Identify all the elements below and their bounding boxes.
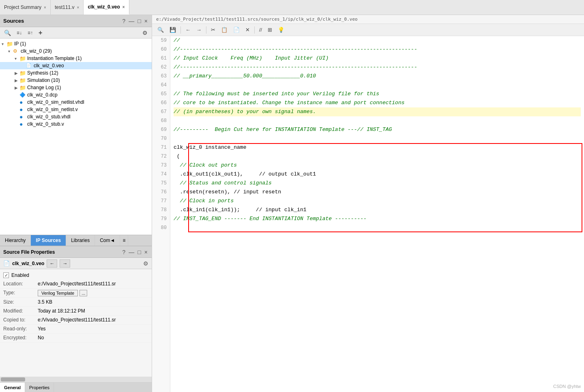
dot-blue-icon: ● <box>19 114 26 120</box>
editor-search-button[interactable]: 🔍 <box>155 26 166 34</box>
editor-cut-button[interactable]: ✂ <box>209 26 217 34</box>
props-help-button[interactable]: ? <box>122 248 127 256</box>
horizontal-scrollbar[interactable] <box>0 377 152 382</box>
tree-toggle[interactable]: ▾ <box>15 56 19 61</box>
editor-delete-button[interactable]: ✕ <box>243 26 252 34</box>
tab-libraries[interactable]: Libraries <box>66 235 95 246</box>
editor-grid-button[interactable]: ⊞ <box>266 26 274 34</box>
folder-icon: 📁 <box>6 41 13 47</box>
tree-item[interactable]: ●clk_wiz_0_stub.vhdl <box>0 113 152 120</box>
toolbar-sep-2 <box>206 26 206 34</box>
line-number: 75 <box>155 179 167 188</box>
code-line: .resetn(resetn), // input resetn <box>174 188 581 197</box>
tree-item[interactable]: ▾📁IP (1) <box>0 40 152 47</box>
tab-ip-sources[interactable]: IP Sources <box>31 235 66 246</box>
sources-help-button[interactable]: ? <box>122 17 127 25</box>
tree-item-label: Synthesis (12) <box>27 70 58 76</box>
tree-item[interactable]: 🔷clk_wiz_0.dcp <box>0 91 152 99</box>
tab-more[interactable]: ≡ <box>120 235 128 246</box>
line-number: 80 <box>155 223 167 232</box>
code-line: // core to be instantiated. Change the i… <box>174 99 581 107</box>
editor-forward-button[interactable]: → <box>194 26 204 34</box>
editor-back-button[interactable]: ← <box>183 26 193 34</box>
tree-item[interactable]: ●clk_wiz_0_stub.v <box>0 120 152 128</box>
prop-value: 3.5 KB <box>38 299 148 305</box>
line-number: 78 <box>155 206 167 214</box>
editor-save-button[interactable]: 💾 <box>167 26 178 34</box>
code-content[interactable]: ////------------------------------------… <box>170 36 584 392</box>
props-gear-button[interactable]: ⚙ <box>143 260 148 267</box>
tree-toggle[interactable]: ▾ <box>2 42 6 46</box>
sources-add-button[interactable]: + <box>37 28 44 37</box>
folder-icon: 📁 <box>19 85 26 90</box>
code-line: // Status and control signals <box>174 179 581 188</box>
type-badge[interactable]: Verilog Template <box>38 290 78 296</box>
tree-item[interactable]: ▾⚙clk_wiz_0 (29) <box>0 47 152 55</box>
sources-collapse-all-button[interactable]: ≡↓ <box>15 29 24 36</box>
tab-com[interactable]: Com◄ <box>95 235 120 246</box>
editor-comment-button[interactable]: // <box>257 26 264 34</box>
props-minimize-button[interactable]: — <box>128 248 135 256</box>
code-line <box>174 223 581 232</box>
tree-item[interactable]: ▶📁Synthesis (12) <box>0 69 152 77</box>
tab-com-label: Com◄ <box>100 238 115 243</box>
tab-project-summary[interactable]: Project Summary × <box>0 0 51 15</box>
toolbar-sep-1 <box>180 26 181 34</box>
sources-close-button[interactable]: × <box>144 17 148 25</box>
tab-close-test111-v[interactable]: × <box>77 5 79 10</box>
code-line <box>174 134 581 143</box>
props-back-button[interactable]: ← <box>47 259 57 268</box>
props-filename: clk_wiz_0.veo <box>12 261 44 266</box>
line-number: 70 <box>155 134 167 143</box>
tab-hierarchy[interactable]: Hierarchy <box>0 235 31 246</box>
tab-libraries-label: Libraries <box>71 238 90 243</box>
tab-clk-wiz-veo[interactable]: clk_wiz_0.veo × <box>84 0 129 15</box>
props-tab-properties[interactable]: Properties <box>25 383 54 392</box>
scrollbar-thumb[interactable] <box>1 377 25 381</box>
tree-item[interactable]: ▶📁Change Log (1) <box>0 84 152 91</box>
tree-item[interactable]: ●clk_wiz_0_sim_netlist.vhdl <box>0 99 152 106</box>
tree-item-label: clk_wiz_0_sim_netlist.v <box>27 107 78 112</box>
prop-value: Yes <box>38 326 148 332</box>
props-tab-general[interactable]: General <box>0 383 25 392</box>
tab-test111-v[interactable]: test111.v × <box>51 0 84 15</box>
sources-gear-button[interactable]: ⚙ <box>141 29 149 37</box>
tree-item[interactable]: ▾📁Instantiation Template (1) <box>0 55 152 62</box>
tree-item[interactable]: 📄clk_wiz_0.veo <box>0 62 152 69</box>
sources-expand-all-button[interactable]: ≡↑ <box>26 29 34 36</box>
more-button[interactable]: ... <box>79 290 87 296</box>
props-restore-button[interactable]: □ <box>137 248 142 256</box>
folder-icon: 📁 <box>19 56 26 61</box>
tab-close-project-summary[interactable]: × <box>44 5 46 10</box>
code-line <box>174 116 581 125</box>
tree-item-label: Simulation (10) <box>27 77 60 83</box>
props-close-button[interactable]: × <box>144 248 148 256</box>
sources-minimize-button[interactable]: — <box>128 17 135 25</box>
editor-hint-button[interactable]: 💡 <box>276 26 286 34</box>
tree-toggle[interactable]: ▶ <box>15 71 19 75</box>
code-line: //--------------------------------------… <box>174 63 581 72</box>
props-forward-button[interactable]: → <box>60 259 70 268</box>
dot-blue-icon: ● <box>19 99 26 105</box>
tree-toggle[interactable]: ▾ <box>8 49 13 54</box>
sources-search-button[interactable]: 🔍 <box>2 29 13 37</box>
tree-toggle[interactable]: ▶ <box>15 78 19 83</box>
sources-title: Sources <box>3 18 24 24</box>
prop-row: Modified: Today at 18:12:12 PM <box>0 307 152 316</box>
code-line: //--------- Begin Cut here for INSTANTIA… <box>174 125 581 134</box>
tree-item[interactable]: ●clk_wiz_0_sim_netlist.v <box>0 106 152 113</box>
sources-restore-button[interactable]: □ <box>137 17 142 25</box>
tree-toggle[interactable]: ▶ <box>15 86 19 90</box>
editor-toolbar: 🔍 💾 ← → ✂ 📋 📄 ✕ // ⊞ 💡 <box>152 24 584 36</box>
toolbar-sep-3 <box>254 26 255 34</box>
tree-item[interactable]: ▶📁Simulation (10) <box>0 77 152 84</box>
editor-copy-button[interactable]: 📋 <box>219 26 230 34</box>
prop-row: Copied to: e:/Vivado_Project/test111/tes… <box>0 316 152 325</box>
tree-item-label: Change Log (1) <box>27 85 61 90</box>
tree-item-label: clk_wiz_0_stub.v <box>27 121 64 127</box>
line-number: 61 <box>155 54 167 63</box>
prop-value: No <box>38 335 148 341</box>
tab-close-clk-wiz-veo[interactable]: × <box>122 5 125 9</box>
editor-paste-button[interactable]: 📄 <box>231 26 242 34</box>
enabled-checkbox[interactable] <box>3 272 9 278</box>
